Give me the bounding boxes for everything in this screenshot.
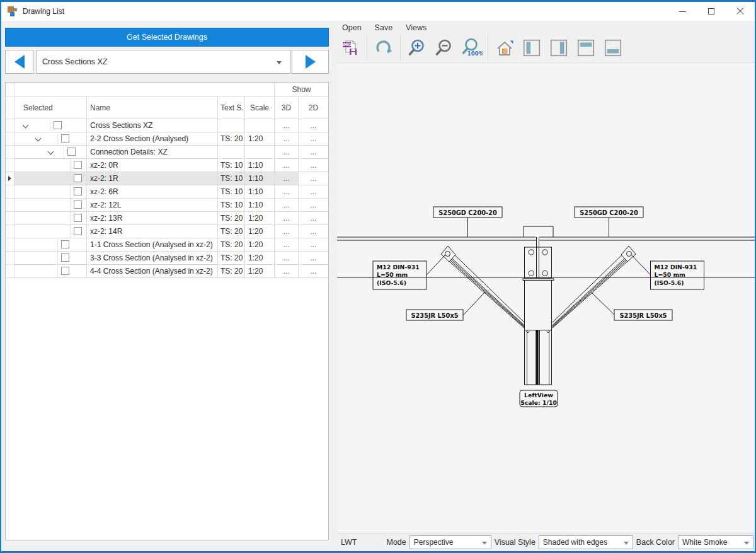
view-label-2: Scale: 1/10	[520, 399, 557, 406]
table-row[interactable]: 2-2 Cross Section (Analysed)TS: 201:20..…	[6, 132, 328, 146]
expander-chevron-icon[interactable]	[48, 149, 54, 155]
show-3d-cell[interactable]: ...	[275, 146, 299, 159]
col-name[interactable]: Name	[87, 96, 218, 119]
row-checkbox[interactable]	[61, 253, 69, 262]
table-row[interactable]: 1-1 Cross Section (Analysed in xz-2)TS: …	[6, 238, 328, 252]
row-checkbox[interactable]	[74, 201, 82, 209]
show-2d-cell[interactable]: ...	[299, 159, 328, 172]
table-row[interactable]: xz-2: 0RTS: 101:10......	[6, 159, 328, 172]
show-2d-cell[interactable]: ...	[299, 119, 328, 132]
table-body: Cross Sections XZ......2-2 Cross Section…	[6, 119, 328, 278]
text-size-cell	[218, 119, 245, 132]
show-3d-cell[interactable]: ...	[275, 159, 299, 172]
show-3d-cell[interactable]: ...	[275, 199, 299, 212]
show-2d-cell[interactable]: ...	[299, 238, 328, 252]
show-2d-cell[interactable]: ...	[299, 225, 328, 238]
lwt-toggle[interactable]: LWT	[341, 538, 357, 547]
row-checkbox[interactable]	[61, 267, 69, 275]
maximize-button[interactable]	[697, 2, 726, 21]
zoom-out-button[interactable]	[432, 36, 456, 60]
row-select-cell	[14, 212, 87, 225]
back-color-select[interactable]: White Smoke	[678, 535, 753, 549]
save-image-button[interactable]: IMG	[338, 36, 362, 60]
scale-cell: 1:10	[245, 199, 275, 212]
close-button[interactable]	[726, 2, 755, 21]
scale-cell	[245, 146, 275, 159]
show-2d-cell[interactable]: ...	[299, 199, 328, 212]
drawing-name-cell: xz-2: 0R	[87, 159, 218, 172]
right-view-icon	[548, 37, 570, 59]
visual-style-select[interactable]: Shaded with edges	[539, 535, 633, 549]
top-view-button[interactable]	[574, 36, 598, 60]
menu-save[interactable]: Save	[374, 23, 394, 33]
icon-toolbar: IMG	[338, 35, 625, 61]
minimize-button[interactable]	[668, 2, 697, 21]
left-view-icon	[521, 37, 542, 59]
show-3d-cell[interactable]: ...	[275, 172, 299, 185]
col-3d[interactable]: 3D	[275, 96, 299, 119]
row-checkbox[interactable]	[61, 240, 69, 248]
zoom-in-button[interactable]	[405, 36, 429, 60]
row-checkbox[interactable]	[74, 161, 82, 169]
col-scale[interactable]: Scale	[245, 96, 275, 119]
row-indicator-cell	[6, 132, 14, 146]
bolt-label-left-1: M12 DIN-931	[377, 264, 420, 271]
drawing-viewport[interactable]: S250GD C200-20 S250GD C200-20 M12 DIN-93…	[337, 62, 755, 533]
show-2d-cell[interactable]: ...	[299, 212, 328, 225]
show-2d-cell[interactable]: ...	[299, 185, 328, 199]
table-row[interactable]: xz-2: 12LTS: 101:10......	[6, 199, 328, 212]
table-row[interactable]: xz-2: 13RTS: 201:20......	[6, 212, 328, 225]
maximize-icon	[708, 8, 714, 15]
text-size-cell: TS: 10	[218, 185, 245, 199]
table-row[interactable]: xz-2: 1RTS: 101:10......	[6, 172, 328, 185]
row-checkbox[interactable]	[74, 174, 82, 182]
row-checkbox[interactable]	[74, 214, 82, 222]
drawing-name-cell: 2-2 Cross Section (Analysed)	[87, 132, 218, 146]
menu-views[interactable]: Views	[404, 23, 428, 33]
table-row[interactable]: Connection Details: XZ......	[6, 146, 328, 159]
show-3d-cell[interactable]: ...	[275, 225, 299, 238]
col-selected[interactable]: Selected	[14, 96, 87, 119]
show-2d-cell[interactable]: ...	[299, 252, 328, 265]
table-row[interactable]: xz-2: 6RTS: 101:10......	[6, 185, 328, 199]
show-2d-cell[interactable]: ...	[299, 132, 328, 146]
right-view-button[interactable]	[547, 36, 571, 60]
expander-chevron-icon[interactable]	[23, 122, 29, 129]
show-3d-cell[interactable]: ...	[275, 265, 299, 278]
show-3d-cell[interactable]: ...	[275, 119, 299, 132]
get-selected-drawings-button[interactable]: Get Selected Drawings	[5, 28, 329, 47]
row-checkbox[interactable]	[74, 187, 82, 195]
drawing-set-select[interactable]: Cross Sections XZ	[36, 50, 290, 74]
show-2d-cell[interactable]: ...	[299, 146, 328, 159]
show-3d-cell[interactable]: ...	[275, 238, 299, 252]
drawing-name-cell: 3-3 Cross Section (Analysed in xz-2)	[87, 252, 218, 265]
col-text-size[interactable]: Text S...	[218, 96, 245, 119]
zoom-100-button[interactable]: 100%	[459, 36, 483, 60]
table-row[interactable]: xz-2: 14RTS: 201:20......	[6, 225, 328, 238]
row-checkbox[interactable]	[61, 134, 69, 143]
show-3d-cell[interactable]: ...	[275, 132, 299, 146]
table-row[interactable]: 4-4 Cross Section (Analysed in xz-2)TS: …	[6, 265, 328, 278]
bottom-view-button[interactable]	[601, 36, 625, 60]
row-checkbox[interactable]	[74, 227, 82, 235]
row-checkbox[interactable]	[54, 121, 62, 129]
chevron-down-icon	[624, 542, 629, 545]
col-2d[interactable]: 2D	[299, 96, 328, 119]
home-view-button[interactable]	[493, 36, 517, 60]
show-3d-cell[interactable]: ...	[275, 185, 299, 199]
table-row[interactable]: Cross Sections XZ......	[6, 119, 328, 132]
refresh-button[interactable]	[372, 36, 396, 60]
next-drawing-button[interactable]	[292, 50, 329, 74]
prev-drawing-button[interactable]	[5, 50, 33, 74]
show-2d-cell[interactable]: ...	[299, 265, 328, 278]
table-row[interactable]: 3-3 Cross Section (Analysed in xz-2)TS: …	[6, 252, 328, 265]
expander-chevron-icon[interactable]	[35, 136, 42, 142]
left-view-button[interactable]	[520, 36, 544, 60]
menu-open[interactable]: Open	[341, 23, 363, 33]
row-checkbox[interactable]	[67, 148, 76, 156]
show-3d-cell[interactable]: ...	[275, 252, 299, 265]
mode-select[interactable]: Perspective	[410, 535, 491, 549]
drawing-name-cell: xz-2: 12L	[87, 199, 218, 212]
show-3d-cell[interactable]: ...	[275, 212, 299, 225]
show-2d-cell[interactable]: ...	[299, 172, 328, 185]
